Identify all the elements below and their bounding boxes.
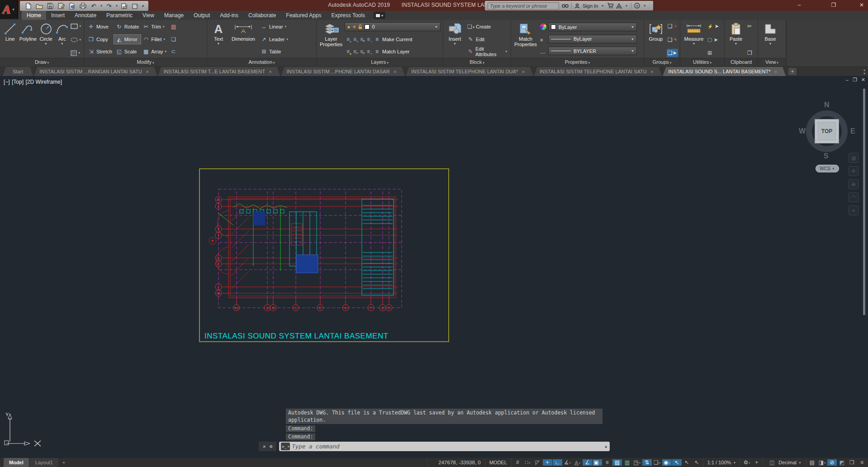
move-button[interactable]: ✛Move	[86, 22, 114, 31]
panel-title-utilities[interactable]: Utilities	[680, 58, 724, 66]
close-tab-icon[interactable]: ✕	[394, 70, 397, 74]
rotate-button[interactable]: ↻Rotate	[114, 22, 141, 31]
text-caret-icon[interactable]: ▼	[217, 42, 220, 45]
isometric-drafting-toggle[interactable]: ◬	[573, 459, 582, 466]
tab-insert[interactable]: Insert	[46, 11, 70, 20]
trim-button[interactable]: ✂Trim▾	[141, 22, 168, 31]
file-tab[interactable]: INSTALASI SISTIM ...RANGAN LANTAI SATU✕	[34, 67, 157, 76]
help-caret-icon[interactable]: ▾	[643, 4, 646, 8]
measure-button[interactable]: Measure ▼	[682, 21, 706, 58]
quick-select-button[interactable]: ⚡➤	[707, 22, 720, 30]
close-button[interactable]: ✕	[855, 0, 868, 10]
layer-lock-icon[interactable]: ≡▪	[365, 36, 372, 43]
close-tab-icon[interactable]: ✕	[522, 70, 525, 74]
command-input-bar[interactable]: >_▼ ▲	[279, 442, 610, 451]
customize-command-icon[interactable]: ⚙	[270, 443, 273, 449]
text-button[interactable]: A Text ▼	[209, 21, 228, 58]
command-input[interactable]	[292, 443, 603, 450]
copy-clip-button[interactable]: ❐	[746, 49, 753, 57]
arc-button[interactable]: Arc ▼	[55, 21, 69, 58]
file-tab-active[interactable]: INSTALASI SOUND S... LANTAI BASEMENT*✕	[663, 67, 786, 76]
polar-tracking-toggle[interactable]: ∡	[563, 459, 572, 466]
delete-annotation-scales-button[interactable]: ↖	[692, 459, 702, 466]
tab-annotate[interactable]: Annotate	[70, 11, 101, 20]
panel-title-clipboard[interactable]: Clipboard	[725, 58, 758, 66]
stretch-button[interactable]: ⇲Stretch	[86, 47, 114, 56]
lineweight-toggle[interactable]: ≡	[602, 459, 612, 466]
layer-unlock-icon[interactable]	[358, 24, 362, 29]
object-snap-tracking-toggle[interactable]: ∠	[583, 459, 592, 466]
layer-isolate-icon[interactable]: ≡↘	[351, 36, 358, 43]
panel-title-block[interactable]: Block	[443, 58, 511, 66]
grid-display-toggle[interactable]: #	[513, 459, 522, 466]
annotation-visibility-toggle[interactable]: ❑	[652, 459, 662, 466]
tab-home[interactable]: Home	[22, 11, 46, 20]
isolate-objects-button[interactable]: ⊘	[827, 459, 837, 466]
application-menu-button[interactable]: A ▼	[0, 0, 18, 19]
snap-mode-toggle[interactable]: ∷	[523, 459, 532, 466]
layout1-tab[interactable]: Layout1	[30, 458, 58, 467]
panel-title-groups[interactable]: Groups	[644, 58, 680, 66]
ribbon-display-toggle[interactable]: ▾	[374, 12, 385, 19]
tab-overflow-icon[interactable]: ▾▾	[863, 69, 865, 75]
sign-in-caret-icon[interactable]: ▾	[601, 4, 604, 8]
match-layer-button[interactable]: ≡Match Layer	[372, 47, 412, 56]
scale-button[interactable]: ◱Scale	[114, 47, 141, 56]
tab-collaborate[interactable]: Collaborate	[243, 11, 281, 20]
edit-block-button[interactable]: ✎Edit	[465, 35, 509, 44]
layer-off-icon[interactable]: ≡●	[345, 36, 351, 43]
ellipse-button[interactable]: ▾	[70, 36, 82, 44]
group-button[interactable]: Group	[646, 21, 666, 58]
app-store-cart-icon[interactable]	[607, 3, 613, 9]
insert-caret-icon[interactable]: ▼	[453, 42, 456, 45]
transparency-toggle[interactable]: ▨	[612, 459, 622, 466]
panel-title-properties[interactable]: Properties	[511, 58, 644, 66]
linetype-dropdown[interactable]: BYLAYER ▼	[548, 47, 637, 55]
restore-button[interactable]: ❐	[827, 0, 840, 10]
model-tab[interactable]: Model	[4, 458, 29, 467]
polyline-button[interactable]: Polyline	[19, 21, 37, 58]
paste-caret-icon[interactable]: ▼	[735, 42, 738, 45]
edit-attributes-button[interactable]: ✎Edit Attributes▾	[465, 47, 509, 56]
paste-button[interactable]: Paste ▼	[726, 21, 745, 58]
panel-title-view[interactable]: View	[758, 58, 786, 66]
selection-cycling-toggle[interactable]: ▥	[622, 459, 632, 466]
layer-dropdown-caret-icon[interactable]: ▼	[435, 25, 438, 29]
mirror-button[interactable]: ◭Mirror	[114, 35, 141, 44]
close-tab-icon[interactable]: ✕	[146, 70, 149, 74]
tab-parametric[interactable]: Parametric	[101, 11, 138, 20]
dynamic-input-toggle[interactable]: +	[543, 459, 552, 466]
annotation-autoscale-toggle[interactable]: ◉	[662, 459, 672, 466]
group-edit-button[interactable]: ❏✎	[667, 36, 678, 44]
tab-express-tools[interactable]: Express Tools	[326, 11, 370, 20]
base-caret-icon[interactable]: ▼	[769, 42, 772, 45]
search-icon[interactable]	[562, 3, 569, 9]
model-space-toggle[interactable]: MODEL	[485, 458, 511, 467]
panel-title-layers[interactable]: Layers	[317, 58, 443, 66]
new-drawing-tab-button[interactable]: +	[788, 68, 797, 75]
file-tab[interactable]: INSTALASI SISTIM ...PHONE LANTAI DASAR✕	[281, 67, 405, 76]
layer-on-all-icon[interactable]: ≡●	[345, 48, 351, 55]
quick-calculator-button[interactable]: ⊞	[707, 49, 720, 57]
layer-unisolate-icon[interactable]: ≡↗	[351, 48, 358, 55]
file-tab-start[interactable]: Start	[3, 67, 33, 76]
units-button[interactable]: ◫ Decimal▼	[763, 458, 806, 467]
workspace-switching-button[interactable]: ⚙	[742, 459, 751, 466]
search-input[interactable]	[488, 2, 559, 10]
panel-title-draw[interactable]: Draw	[0, 58, 84, 66]
layer-unlock2-icon[interactable]: ≡▪	[365, 48, 372, 55]
help-icon[interactable]: ?	[634, 3, 640, 9]
object-color-dropdown[interactable]: ByLayer ▼	[548, 23, 637, 31]
file-tab[interactable]: INSTALASI SISTIM TELEPHONE LANTAI DUA*✕	[406, 67, 533, 76]
panel-title-modify[interactable]: Modify	[84, 58, 207, 66]
tab-featured-apps[interactable]: Featured Apps	[281, 11, 326, 20]
fillet-button[interactable]: ◠Fillet▾	[141, 35, 168, 44]
tab-add-ins[interactable]: Add-ins	[215, 11, 243, 20]
tab-view[interactable]: View	[138, 11, 159, 20]
line-button[interactable]: Line	[2, 21, 19, 58]
point-button[interactable]: ▢➤	[707, 36, 720, 44]
autodesk-exchange-icon[interactable]	[616, 3, 622, 9]
annotation-scale-button[interactable]: 1:1 / 100%▼	[703, 458, 740, 467]
ungroup-button[interactable]: ❏✕	[667, 22, 678, 30]
file-tab[interactable]: INSTALASI SISTIM T...E LANTAI BASEMENT✕	[158, 67, 280, 76]
